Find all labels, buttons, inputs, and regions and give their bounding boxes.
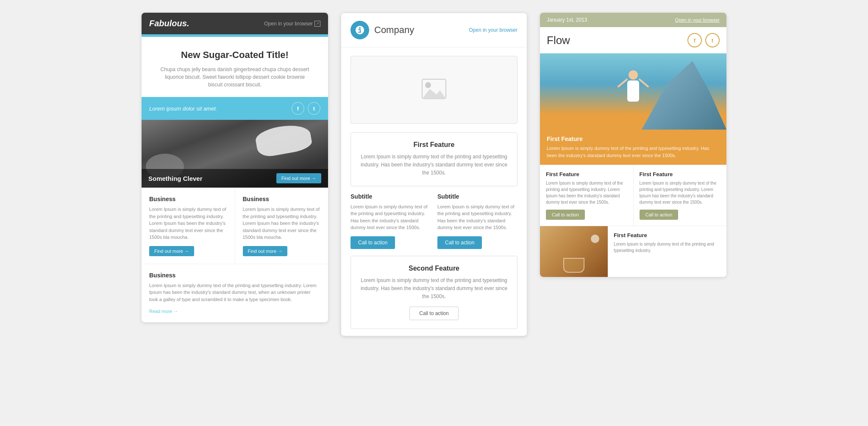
card2-feature2-box: Second Feature Lorem Ipsum is simply dum… (351, 256, 517, 329)
card1-hero-title: New Sugar-Coated Title! (159, 50, 311, 61)
card3-col2-text: Lorem Ipsum is simply dummy text of the … (640, 180, 721, 205)
card2-col1-cta-button[interactable]: Call to action (351, 236, 395, 249)
card1-image-overlay: Something Clever Find out more → (142, 169, 328, 188)
card1-image-title: Something Clever (148, 175, 203, 182)
card2-feature2-cta-button[interactable]: Call to action (409, 307, 458, 320)
card2-col2-cta-button[interactable]: Call to action (437, 236, 482, 249)
card1-header: Fabulous. Open in your browser ↗ (142, 13, 328, 34)
card3-open-browser-link[interactable]: Open in your browser (675, 17, 720, 22)
card3-two-column: First Feature Lorem Ipsum is simply dumm… (540, 165, 726, 226)
svg-marker-2 (422, 89, 446, 99)
card2-col2-text: Lorem Ipsum is simply dummy text of the … (437, 203, 517, 231)
card3-bottom-row: First Feature Lorem Ipsum is simply dumm… (540, 226, 726, 277)
card2-header: Company Open in your browser (341, 13, 527, 47)
card-fabulous: Fabulous. Open in your browser ↗ New Sug… (142, 13, 328, 322)
card3-facebook-icon[interactable]: f (687, 33, 702, 47)
card1-bottom-title: Business (149, 272, 320, 279)
card3-col2-cta-button[interactable]: Call to action (640, 210, 679, 220)
card3-title-bar: Flow f t (540, 27, 726, 53)
card1-col2-title: Business (243, 196, 321, 202)
card2-feature1-text: Lorem Ipsum is simply dummy text of the … (359, 153, 509, 177)
card3-col1-text: Lorem Ipsum is simply dummy text of the … (546, 180, 627, 205)
card3-bottom-image (540, 226, 608, 277)
card3-banner-text: Lorem Ipsum is simply dummy text of the … (547, 145, 720, 159)
card3-social-icons: f t (687, 33, 720, 47)
card2-two-column: Subtitle Lorem Ipsum is simply dummy tex… (341, 193, 527, 256)
card1-col2-text: Lorem Ipsum is simply dummy text of the … (243, 206, 321, 241)
card3-bottom-text-content: Lorem Ipsum is simply dummy text of the … (614, 241, 721, 254)
brand-logo-circle (351, 21, 369, 39)
card1-bottom-section: Business Lorem Ipsum is simply dummy tex… (142, 264, 328, 323)
card3-main-title: Flow (547, 34, 570, 47)
card3-bottom-title: First Feature (614, 232, 721, 238)
card3-twitter-icon[interactable]: t (705, 33, 720, 47)
card1-read-more-link[interactable]: Read more → (149, 309, 178, 314)
card1-social-text: Lorem ipsum dolor sit amet. (149, 105, 217, 112)
card3-orange-banner: First Feature Lorem Ipsum is simply dumm… (540, 130, 726, 165)
card1-col1-text: Lorem Ipsum is simply dummy text of the … (149, 206, 227, 241)
card2-col1-subtitle: Subtitle (351, 193, 431, 200)
card1-hero-section: New Sugar-Coated Title! Chupa chups jell… (142, 37, 328, 97)
card-flow: January 1st, 2013 Open in your browser F… (540, 13, 726, 277)
card1-two-column: Business Lorem Ipsum is simply dummy tex… (142, 188, 328, 264)
card1-col2-button[interactable]: Find out more → (243, 246, 288, 256)
yoga-head (629, 70, 638, 80)
card2-feature2-text: Lorem Ipsum is simply dummy text of the … (359, 277, 509, 301)
card1-hero-text: Chupa chups jelly beans danish gingerbre… (159, 66, 311, 89)
card3-col2-title: First Feature (640, 171, 721, 177)
card2-feature2-title: Second Feature (359, 265, 509, 272)
card2-open-browser-link[interactable]: Open in your browser (469, 27, 517, 33)
card1-col2: Business Lorem Ipsum is simply dummy tex… (235, 188, 328, 264)
card3-col1-cta-button[interactable]: Call to action (546, 210, 585, 220)
card1-social-icons: f t (292, 102, 320, 115)
card3-date: January 1st, 2013 (547, 17, 587, 23)
yoga-figure (618, 70, 648, 130)
card2-col2: Subtitle Lorem Ipsum is simply dummy tex… (437, 193, 517, 249)
card3-col1: First Feature Lorem Ipsum is simply dumm… (540, 165, 634, 226)
card3-col1-title: First Feature (546, 171, 627, 177)
placeholder-image-icon (421, 78, 447, 100)
card3-banner-title: First Feature (547, 136, 720, 142)
card1-image-block: Something Clever Find out more → (142, 120, 328, 188)
card1-social-bar: Lorem ipsum dolor sit amet. f t (142, 97, 328, 120)
yoga-arms (616, 82, 650, 95)
flower-decoration (591, 235, 599, 243)
image-placeholder-icon-group (421, 78, 447, 101)
card1-open-browser-link[interactable]: Open in your browser ↗ (264, 21, 320, 27)
card1-bottom-text: Lorem Ipsum is simply dummy text of the … (149, 282, 320, 303)
card2-feature1-box: First Feature Lorem Ipsum is simply dumm… (351, 132, 517, 186)
external-link-icon: ↗ (314, 21, 320, 27)
tea-cup-decoration (563, 258, 584, 273)
card1-logo: Fabulous. (149, 19, 189, 28)
card3-col2: First Feature Lorem Ipsum is simply dumm… (634, 165, 727, 226)
card2-col1-text: Lorem Ipsum is simply dummy text of the … (351, 203, 431, 231)
card3-header: January 1st, 2013 Open in your browser (540, 13, 726, 27)
card3-yoga-image (540, 53, 726, 130)
card1-col1-title: Business (149, 196, 227, 202)
card2-brand: Company (351, 21, 414, 39)
card1-col1-button[interactable]: Find out more → (149, 246, 194, 256)
card-company: Company Open in your browser First Featu… (341, 13, 527, 336)
card2-brand-name: Company (374, 25, 414, 36)
card2-image-placeholder (351, 56, 517, 124)
card1-col1: Business Lorem Ipsum is simply dummy tex… (142, 188, 235, 264)
twitter-icon[interactable]: t (308, 102, 320, 115)
facebook-icon[interactable]: f (292, 102, 304, 115)
card1-find-out-more-button[interactable]: Find out more → (276, 173, 321, 183)
card2-feature1-title: First Feature (359, 141, 509, 149)
card3-bottom-text: First Feature Lorem Ipsum is simply dumm… (608, 226, 726, 277)
mountain-background (642, 53, 726, 130)
card2-col1: Subtitle Lorem Ipsum is simply dummy tex… (351, 193, 431, 249)
card2-col2-subtitle: Subtitle (437, 193, 517, 200)
svg-point-1 (425, 82, 431, 88)
